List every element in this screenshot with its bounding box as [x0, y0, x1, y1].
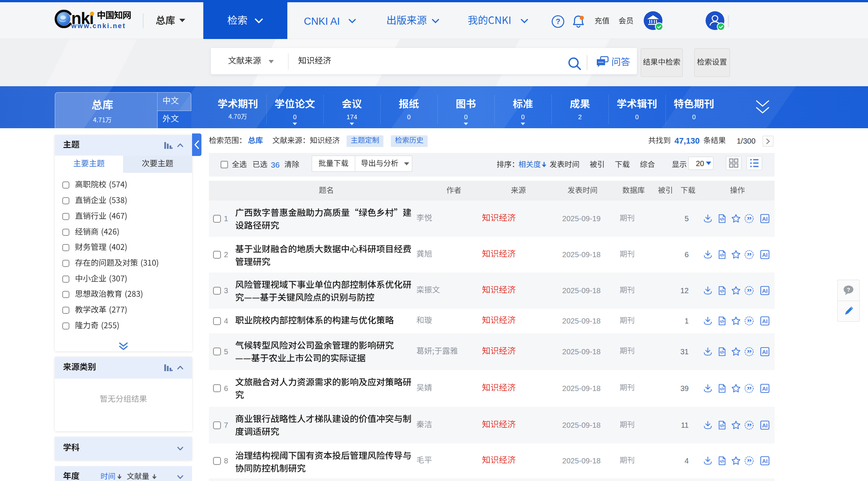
svg-text:?: ? [847, 286, 850, 293]
svg-text:?: ? [556, 17, 560, 25]
